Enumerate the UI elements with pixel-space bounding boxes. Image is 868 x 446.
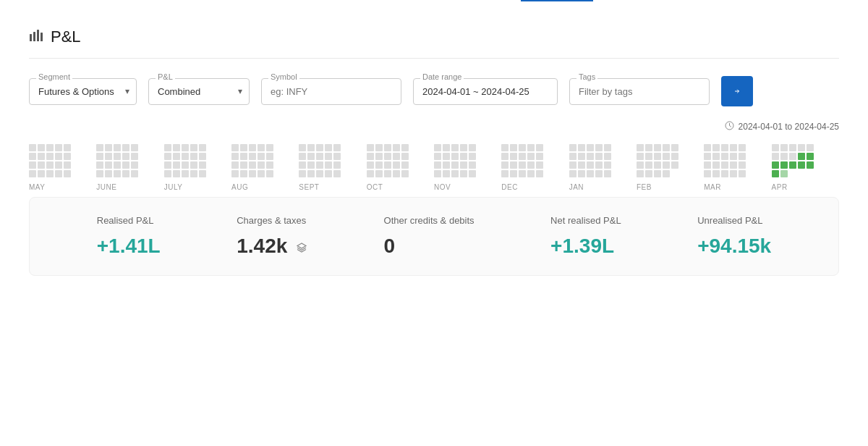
- tags-input[interactable]: [569, 78, 710, 105]
- month-label: JUNE: [96, 183, 163, 191]
- month-block-nov: NOV: [434, 144, 501, 191]
- pnl-filter: P&L Combined Realised Unrealised ▾: [148, 78, 250, 105]
- month-block-jan: JAN: [569, 144, 637, 191]
- month-label: DEC: [501, 183, 569, 191]
- month-block-may: MAY: [29, 144, 96, 191]
- net-realised-pnl-label: Net realised P&L: [550, 215, 621, 226]
- unrealised-pnl-label: Unrealised P&L: [697, 215, 762, 226]
- date-range-label: Date range: [420, 72, 464, 81]
- symbol-label: Symbol: [268, 72, 299, 81]
- month-block-apr: APR: [772, 144, 839, 191]
- segment-label: Segment: [36, 72, 72, 81]
- charges-taxes-label: Charges & taxes: [237, 215, 306, 226]
- summary-card: Realised P&L +1.41L Charges & taxes 1.42…: [29, 197, 839, 276]
- clock-icon: [725, 121, 734, 132]
- charges-taxes-item: Charges & taxes 1.42k: [237, 215, 307, 258]
- svg-rect-3: [41, 33, 43, 41]
- page-title: P&L: [51, 28, 81, 46]
- month-block-feb: FEB: [637, 144, 704, 191]
- other-credits-debits-value: 0: [384, 235, 396, 258]
- month-label: NOV: [434, 183, 501, 191]
- page-header: P&L: [29, 28, 839, 59]
- month-label: MAY: [29, 183, 96, 191]
- symbol-filter: Symbol: [261, 78, 401, 105]
- unrealised-pnl-value: +94.15k: [697, 235, 771, 258]
- tags-label: Tags: [576, 72, 597, 81]
- month-label: MAR: [704, 183, 771, 191]
- heatmap: MAYJUNEJULYAUGSEPTOCTNOVDECJANFEBMARAPR: [29, 138, 839, 197]
- svg-rect-1: [33, 32, 35, 41]
- net-realised-pnl-item: Net realised P&L +1.39L: [550, 215, 621, 258]
- layers-icon: [296, 242, 307, 253]
- realised-pnl-value: +1.41L: [97, 235, 161, 258]
- symbol-input[interactable]: [261, 78, 401, 105]
- net-realised-pnl-value: +1.39L: [550, 235, 614, 258]
- tags-filter: Tags: [569, 78, 710, 105]
- month-block-sept: SEPT: [299, 144, 366, 191]
- month-label: JULY: [164, 183, 231, 191]
- filters-row: Segment Futures & Options Equity Commodi…: [29, 76, 839, 106]
- date-range-text: 2024-04-01 to 2024-04-25: [739, 122, 839, 132]
- month-block-oct: OCT: [367, 144, 434, 191]
- month-block-dec: DEC: [501, 144, 569, 191]
- month-block-aug: AUG: [231, 144, 299, 191]
- month-label: SEPT: [299, 183, 366, 191]
- apply-button[interactable]: [721, 76, 753, 106]
- unrealised-pnl-item: Unrealised P&L +94.15k: [697, 215, 771, 258]
- month-label: APR: [772, 183, 839, 191]
- pnl-select[interactable]: Combined Realised Unrealised: [148, 78, 250, 105]
- month-label: OCT: [367, 183, 434, 191]
- month-label: JAN: [569, 183, 637, 191]
- month-block-mar: MAR: [704, 144, 771, 191]
- month-label: AUG: [231, 183, 299, 191]
- pnl-label: P&L: [156, 72, 175, 81]
- date-range-info: 2024-04-01 to 2024-04-25: [29, 121, 839, 132]
- month-block-july: JULY: [164, 144, 231, 191]
- date-range-input[interactable]: [413, 78, 558, 105]
- segment-select[interactable]: Futures & Options Equity Commodity Curre…: [29, 78, 137, 105]
- svg-rect-2: [37, 30, 39, 41]
- realised-pnl-label: Realised P&L: [97, 215, 154, 226]
- svg-rect-0: [30, 34, 32, 41]
- other-credits-debits-label: Other credits & debits: [384, 215, 475, 226]
- charges-taxes-value: 1.42k: [237, 235, 307, 258]
- other-credits-debits-item: Other credits & debits 0: [384, 215, 475, 258]
- realised-pnl-item: Realised P&L +1.41L: [97, 215, 161, 258]
- month-label: FEB: [637, 183, 704, 191]
- chart-icon: [29, 28, 43, 46]
- segment-filter: Segment Futures & Options Equity Commodi…: [29, 78, 137, 105]
- month-block-june: JUNE: [96, 144, 163, 191]
- date-range-filter: Date range: [413, 78, 558, 105]
